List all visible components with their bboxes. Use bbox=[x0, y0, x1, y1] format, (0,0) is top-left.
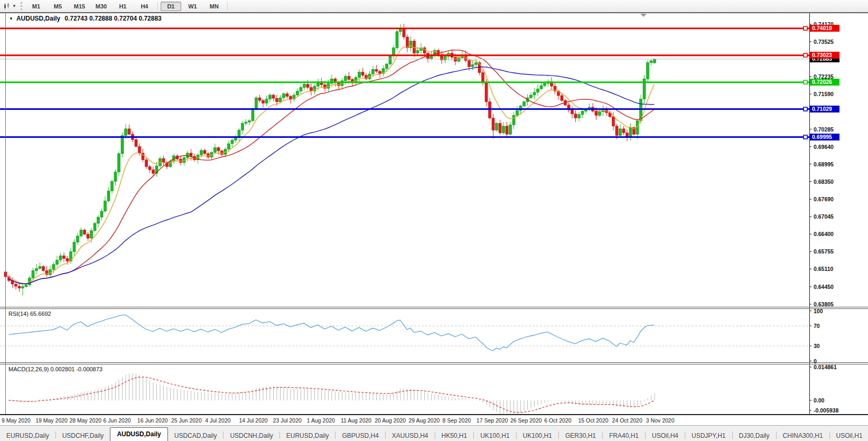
chart-tab-eurusd-daily[interactable]: EURUSD,Daily bbox=[0, 430, 55, 441]
rsi-axis-tick: 100 bbox=[814, 308, 823, 314]
chart-tab-ger30-h1[interactable]: GER30,H1 bbox=[559, 430, 602, 441]
rsi-axis-tick: 70 bbox=[814, 323, 820, 329]
timeframe-button-m5[interactable]: M5 bbox=[48, 2, 68, 11]
date-axis-label: 11 Aug 2020 bbox=[341, 417, 371, 424]
rsi-axis-tick: 0 bbox=[814, 358, 817, 364]
line-endpoint-marker bbox=[804, 26, 807, 30]
timeframe-toolbar: ▼ M1M5M15M30H1H4D1W1MN bbox=[0, 0, 868, 13]
one-click-trading-caret-icon[interactable]: ▼ bbox=[9, 16, 13, 21]
macd-axis-tick: -0.005938 bbox=[814, 407, 838, 414]
line-endpoint-marker bbox=[804, 107, 807, 111]
price-axis-tick: 0.70285 bbox=[814, 126, 834, 133]
price-axis-tick: 0.65755 bbox=[814, 248, 834, 255]
timeframe-button-mn[interactable]: MN bbox=[204, 2, 225, 11]
line-endpoint-marker bbox=[804, 135, 807, 139]
chart-tab-uk100-h1[interactable]: UK100,H1 bbox=[517, 430, 558, 441]
ohlc-values: 0.72743 0.72888 0.72704 0.72883 bbox=[64, 15, 162, 22]
price-axis-tick: 0.68350 bbox=[814, 179, 834, 185]
chart-tab-xauusd-h4[interactable]: XAUUSD,H4 bbox=[386, 430, 435, 441]
chart-tab-china300-h1[interactable]: CHINA300,H1 bbox=[777, 430, 829, 441]
date-axis-label: 1 Aug 2020 bbox=[307, 417, 335, 424]
macd-axis-tick: 0.014861 bbox=[814, 364, 837, 370]
chevron-down-icon[interactable]: ▼ bbox=[12, 4, 16, 8]
toolbar-separator bbox=[227, 2, 228, 11]
price-axis-tick: 0.67690 bbox=[814, 196, 834, 202]
price-axis-tick: 0.69640 bbox=[814, 144, 834, 150]
chart-tab-usdcnh-daily[interactable]: USDCNH,Daily bbox=[223, 430, 279, 441]
main-price-pane bbox=[0, 24, 809, 296]
window-border bbox=[0, 414, 868, 415]
timeframe-button-w1[interactable]: W1 bbox=[182, 2, 203, 11]
price-badge: 0.72026 bbox=[810, 79, 839, 86]
price-axis-tick: 0.65110 bbox=[814, 266, 833, 272]
chart-tab-usdjpy-h1[interactable]: USDJPY,H1 bbox=[685, 430, 732, 441]
chart-window: ▼AUDUSD,Daily0.72743 0.72888 0.72704 0.7… bbox=[0, 12, 868, 415]
toolbar-drag-handle[interactable] bbox=[21, 2, 22, 10]
date-axis-label: 15 Oct 2020 bbox=[578, 417, 608, 424]
rsi-indicator-label: RSI(14) 65.6692 bbox=[8, 311, 51, 317]
scroll-position-marker-icon[interactable] bbox=[640, 14, 647, 17]
date-axis-label: 17 Sep 2020 bbox=[477, 417, 508, 424]
panel-resize-divider[interactable] bbox=[0, 362, 868, 363]
chart-tab-uk100-h1[interactable]: UK100,H1 bbox=[474, 430, 516, 441]
price-axis-tick: 0.73525 bbox=[814, 39, 834, 45]
window-border bbox=[0, 12, 868, 13]
panel-resize-divider[interactable] bbox=[0, 307, 868, 307]
date-axis-label: 8 Sep 2020 bbox=[443, 417, 471, 424]
chart-tab-bar: EURUSD,DailyUSDCHF,DailyAUDUSD,DailyUSDC… bbox=[0, 425, 868, 441]
date-axis-label: 25 Jun 2020 bbox=[171, 417, 202, 424]
line-endpoint-marker bbox=[804, 80, 807, 84]
panel-resize-divider[interactable] bbox=[0, 308, 868, 309]
timeframe-button-h4[interactable]: H4 bbox=[134, 2, 155, 11]
timeframe-button-h1[interactable]: H1 bbox=[113, 2, 133, 11]
candlestick-chart-icon-glyph bbox=[3, 3, 11, 10]
chart-tab-usdchf-daily[interactable]: USDCHF,Daily bbox=[56, 430, 110, 441]
macd-pane bbox=[6, 373, 655, 415]
date-axis-label: 23 Jul 2020 bbox=[273, 417, 302, 424]
date-axis-label: 14 Jul 2020 bbox=[239, 417, 267, 424]
line-endpoint-marker bbox=[804, 53, 807, 57]
window-border bbox=[5, 12, 6, 415]
date-axis-label: 19 May 2020 bbox=[35, 417, 68, 424]
chart-tab-fra40-h1[interactable]: FRA40,H1 bbox=[603, 430, 645, 441]
date-axis-label: 9 May 2020 bbox=[2, 417, 31, 424]
date-axis-label: 26 Sep 2020 bbox=[510, 417, 542, 424]
price-axis-tick: 0.71590 bbox=[814, 91, 834, 97]
rsi-pane bbox=[0, 315, 809, 351]
date-axis-label: 6 Oct 2020 bbox=[544, 417, 571, 424]
price-axis-tick: 0.68995 bbox=[814, 161, 834, 167]
chart-tab-eurusd-daily[interactable]: EURUSD,Daily bbox=[280, 430, 335, 441]
candlestick-chart-icon[interactable] bbox=[2, 2, 12, 11]
chart-tab-audusd-daily[interactable]: AUDUSD,Daily bbox=[110, 427, 167, 441]
ma-line-slow bbox=[9, 67, 655, 284]
price-badge: 0.74019 bbox=[810, 25, 839, 32]
panel-resize-divider[interactable] bbox=[0, 364, 868, 364]
price-axis-tick: 0.66400 bbox=[814, 231, 834, 237]
price-axis-tick: 0.63805 bbox=[814, 301, 834, 307]
chart-tab-dj30-daily[interactable]: DJ30,Daily bbox=[733, 430, 776, 441]
toolbar-separator bbox=[157, 2, 158, 11]
date-axis-label: 3 Nov 2020 bbox=[646, 417, 675, 424]
chart-tab-hk50-h1[interactable]: HK50,H1 bbox=[435, 430, 474, 441]
chart-tab-usdcad-daily[interactable]: USDCAD,Daily bbox=[168, 430, 223, 441]
timeframe-button-m15[interactable]: M15 bbox=[69, 2, 90, 11]
rsi-line bbox=[9, 315, 655, 351]
rsi-axis-tick: 30 bbox=[814, 343, 820, 349]
macd-axis-tick: 0.00 bbox=[814, 397, 824, 404]
chart-tab-gbpusd-h4[interactable]: GBPUSD,H4 bbox=[335, 430, 385, 441]
price-badge: 0.69995 bbox=[810, 134, 839, 140]
chart-tab-usoil-h1[interactable]: USOil,H1 bbox=[830, 430, 868, 441]
date-axis-label: 20 Aug 2020 bbox=[375, 417, 406, 424]
chart-tab-usoil-h4[interactable]: USOil,H4 bbox=[646, 430, 685, 441]
macd-indicator-label: MACD(12,26,9) 0.002801 -0.000873 bbox=[8, 366, 102, 372]
timeframe-button-d1[interactable]: D1 bbox=[161, 2, 181, 11]
date-axis-label: 4 Jul 2020 bbox=[205, 417, 230, 424]
timeframe-button-m1[interactable]: M1 bbox=[26, 2, 46, 11]
date-axis-label: 29 Aug 2020 bbox=[408, 417, 440, 424]
date-axis-label: 16 Jun 2020 bbox=[137, 417, 168, 424]
chart-title: ▼AUDUSD,Daily0.72743 0.72888 0.72704 0.7… bbox=[9, 15, 162, 22]
date-axis-label: 28 May 2020 bbox=[69, 417, 101, 424]
price-badge: 0.73023 bbox=[810, 52, 839, 59]
date-axis-label: 24 Oct 2020 bbox=[612, 417, 642, 424]
timeframe-button-m30[interactable]: M30 bbox=[91, 2, 111, 11]
